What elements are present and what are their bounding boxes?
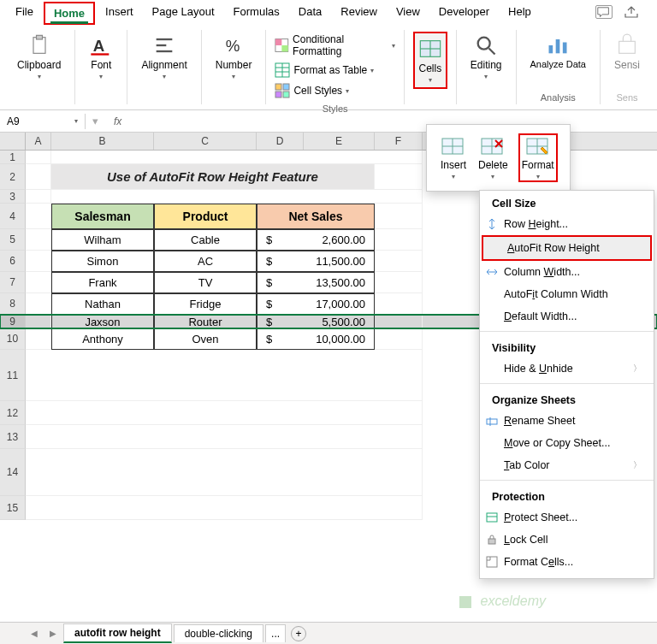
cell-product[interactable]: Cable bbox=[154, 229, 257, 251]
cell-currency[interactable]: $ bbox=[257, 315, 282, 328]
cell-salesman[interactable]: Jaxson bbox=[51, 315, 154, 328]
tab-developer[interactable]: Developer bbox=[430, 2, 498, 25]
cell[interactable] bbox=[375, 293, 423, 315]
cell[interactable] bbox=[26, 229, 51, 251]
cell-product[interactable]: Fridge bbox=[154, 293, 257, 315]
cell[interactable] bbox=[375, 315, 423, 328]
editing-button[interactable]: Editing▾ bbox=[465, 32, 507, 82]
analyze-data-button[interactable]: Analyze Data bbox=[525, 32, 591, 71]
sheet-tab-active[interactable]: autofit row height bbox=[63, 623, 172, 643]
col-header[interactable]: A bbox=[26, 133, 51, 150]
tab-formulas[interactable]: Formulas bbox=[225, 2, 288, 25]
menu-protect-sheet[interactable]: Protect Sheet... bbox=[480, 506, 654, 529]
col-header[interactable]: C bbox=[154, 133, 257, 150]
tab-insert[interactable]: Insert bbox=[97, 2, 142, 25]
row-header[interactable]: 10 bbox=[0, 328, 26, 350]
number-button[interactable]: % Number▾ bbox=[210, 32, 257, 82]
col-header[interactable]: D bbox=[257, 133, 304, 150]
delete-cells-button[interactable]: Delete▾ bbox=[476, 133, 510, 182]
cell[interactable] bbox=[26, 251, 51, 272]
row-header[interactable]: 12 bbox=[0, 401, 26, 425]
format-as-table-button[interactable]: Format as Table▾ bbox=[275, 61, 394, 80]
menu-default-width[interactable]: Default Width... bbox=[480, 305, 654, 328]
cell-salesman[interactable]: Frank bbox=[51, 272, 154, 293]
cell-currency[interactable]: $ bbox=[257, 328, 282, 350]
sheet-tab-more[interactable]: ... bbox=[265, 624, 286, 642]
cell[interactable] bbox=[26, 496, 423, 520]
sheet-nav-prev[interactable]: ◀ bbox=[26, 629, 43, 638]
title-cell[interactable]: Use of AutoFit Row Height Feature bbox=[51, 164, 375, 190]
tab-review[interactable]: Review bbox=[332, 2, 386, 25]
cell-value[interactable]: 11,500.00 bbox=[282, 251, 375, 272]
fx-dropdown-icon[interactable]: ▾ bbox=[86, 115, 105, 127]
cell-styles-button[interactable]: Cell Styles▾ bbox=[275, 81, 394, 100]
cell[interactable] bbox=[26, 164, 51, 190]
menu-move-copy[interactable]: Move or Copy Sheet... bbox=[480, 432, 654, 454]
row-header[interactable]: 1 bbox=[0, 151, 26, 164]
cell[interactable] bbox=[51, 190, 423, 204]
cell-salesman[interactable]: Nathan bbox=[51, 293, 154, 315]
cell-salesman[interactable]: Wilham bbox=[51, 229, 154, 251]
clipboard-button[interactable]: Clipboard▾ bbox=[12, 32, 66, 82]
cell-salesman[interactable]: Anthony bbox=[51, 328, 154, 350]
menu-tab-color[interactable]: Tab Color〉 bbox=[480, 454, 654, 476]
menu-rename-sheet[interactable]: Rename Sheet bbox=[480, 410, 654, 432]
tab-data[interactable]: Data bbox=[290, 2, 330, 25]
cells-button[interactable]: Cells▾ bbox=[413, 32, 447, 89]
cell[interactable] bbox=[26, 350, 423, 401]
cell-salesman[interactable]: Simon bbox=[51, 251, 154, 272]
cell[interactable] bbox=[26, 204, 51, 229]
tab-view[interactable]: View bbox=[388, 2, 429, 25]
cell[interactable] bbox=[26, 328, 51, 350]
cell[interactable] bbox=[26, 190, 51, 204]
menu-hide-unhide[interactable]: Hide & Unhide〉 bbox=[480, 357, 654, 380]
sensitivity-button[interactable]: Sensi bbox=[609, 32, 645, 73]
insert-cells-button[interactable]: Insert▾ bbox=[439, 133, 468, 182]
conditional-formatting-button[interactable]: Conditional Formatting▾ bbox=[275, 32, 394, 59]
menu-autofit-col-width[interactable]: AutoFit Column Width bbox=[480, 283, 654, 305]
cell-product[interactable]: Router bbox=[154, 315, 257, 328]
header-salesman[interactable]: Salesman bbox=[51, 204, 154, 229]
cell-currency[interactable]: $ bbox=[257, 229, 282, 251]
cell-value[interactable]: 2,600.00 bbox=[282, 229, 375, 251]
menu-autofit-row-height[interactable]: AutoFit Row Height bbox=[482, 235, 652, 261]
menu-lock-cell[interactable]: Lock Cell bbox=[480, 529, 654, 551]
cell[interactable] bbox=[26, 293, 51, 315]
row-header[interactable]: 14 bbox=[0, 449, 26, 496]
row-header[interactable]: 11 bbox=[0, 350, 26, 401]
row-header[interactable]: 15 bbox=[0, 496, 26, 520]
cell-value[interactable]: 10,000.00 bbox=[282, 328, 375, 350]
cell[interactable] bbox=[375, 272, 423, 293]
header-netsales[interactable]: Net Sales bbox=[257, 204, 375, 229]
cell-currency[interactable]: $ bbox=[257, 251, 282, 272]
row-header[interactable]: 13 bbox=[0, 425, 26, 449]
sheet-tab[interactable]: double-clicking bbox=[174, 624, 263, 642]
cell-product[interactable]: TV bbox=[154, 272, 257, 293]
cell[interactable] bbox=[375, 251, 423, 272]
cell[interactable] bbox=[375, 229, 423, 251]
name-box[interactable]: A9▾ bbox=[0, 114, 86, 129]
row-header[interactable]: 3 bbox=[0, 190, 26, 204]
cell-product[interactable]: Oven bbox=[154, 328, 257, 350]
col-header[interactable]: F bbox=[375, 133, 423, 150]
alignment-button[interactable]: Alignment▾ bbox=[136, 32, 192, 82]
cell-currency[interactable]: $ bbox=[257, 293, 282, 315]
cell[interactable] bbox=[51, 151, 423, 164]
row-header[interactable]: 9 bbox=[0, 315, 26, 328]
cell[interactable] bbox=[26, 401, 423, 425]
cell[interactable] bbox=[375, 164, 423, 190]
col-header[interactable]: E bbox=[304, 133, 375, 150]
cell-value[interactable]: 13,500.00 bbox=[282, 272, 375, 293]
share-icon[interactable] bbox=[623, 5, 640, 19]
cell[interactable] bbox=[26, 449, 423, 496]
comments-icon[interactable] bbox=[595, 5, 613, 19]
cell[interactable] bbox=[26, 425, 423, 449]
row-header[interactable]: 6 bbox=[0, 251, 26, 272]
row-header[interactable]: 4 bbox=[0, 204, 26, 229]
header-product[interactable]: Product bbox=[154, 204, 257, 229]
col-header[interactable]: B bbox=[51, 133, 154, 150]
select-all-corner[interactable] bbox=[0, 133, 26, 150]
font-button[interactable]: A Font▾ bbox=[84, 32, 118, 82]
add-sheet-button[interactable]: + bbox=[291, 626, 306, 641]
cell[interactable] bbox=[375, 328, 423, 350]
